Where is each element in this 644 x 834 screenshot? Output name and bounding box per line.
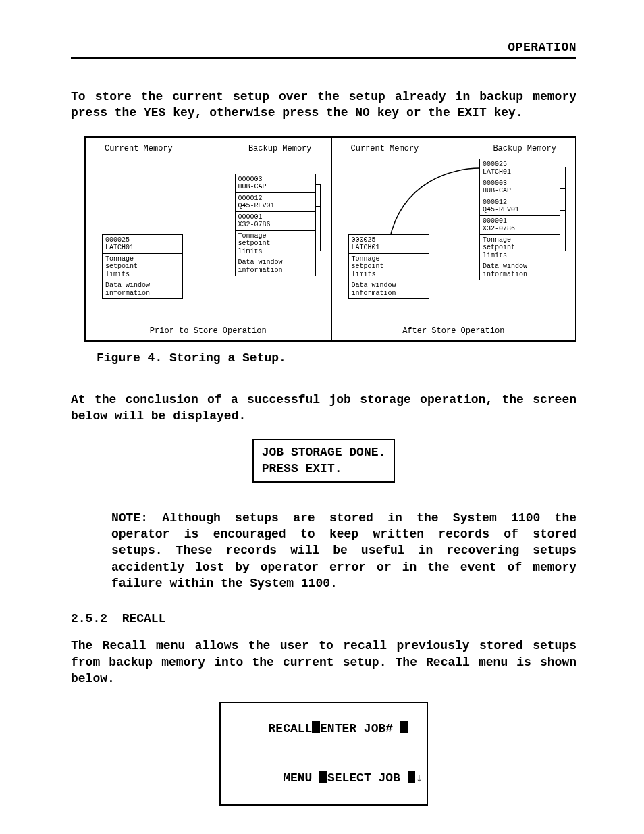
figure-panel-prior: Current Memory Backup Memory 000025LATCH… bbox=[86, 138, 331, 340]
screen-recall-menu: RECALLENTER JOB# MENU SELECT JOB ↓ bbox=[219, 702, 428, 806]
panel-caption-after: After Store Operation bbox=[332, 327, 576, 336]
cursor-icon bbox=[400, 721, 408, 733]
conclusion-paragraph: At the conclusion of a successful job st… bbox=[71, 392, 576, 425]
menu-l1b: ENTER JOB# bbox=[320, 722, 393, 735]
cursor-icon bbox=[319, 771, 327, 783]
section-number: 2.5.2 bbox=[71, 612, 107, 625]
current-memory-stack: 000025LATCH01 Tonnage setpoint limits Da… bbox=[102, 234, 183, 300]
backup-memory-stack: 000025LATCH01 000003HUB-CAP 000012Q45-RE… bbox=[479, 159, 560, 281]
note-paragraph: NOTE: Although setups are stored in the … bbox=[111, 510, 576, 592]
col-title-backup: Backup Memory bbox=[493, 145, 556, 153]
cursor-icon bbox=[408, 771, 416, 783]
cursor-icon bbox=[312, 721, 320, 733]
panel-caption-prior: Prior to Store Operation bbox=[86, 327, 331, 336]
section-title: RECALL bbox=[122, 612, 166, 625]
figure-4: Current Memory Backup Memory 000025LATCH… bbox=[84, 136, 576, 342]
screen-line-2: PRESS EXIT. bbox=[262, 461, 386, 477]
col-title-current: Current Memory bbox=[105, 145, 173, 153]
recall-paragraph: The Recall menu allows the user to recal… bbox=[71, 637, 576, 687]
menu-l2a: MENU bbox=[283, 771, 312, 785]
col-title-current: Current Memory bbox=[351, 145, 419, 153]
screen-line-1: JOB STORAGE DONE. bbox=[262, 444, 386, 461]
backup-memory-stack: 000003HUB-CAP 000012Q45-REV01 000001X32-… bbox=[235, 174, 316, 277]
header-rule bbox=[71, 57, 576, 59]
menu-l1a: RECALL bbox=[269, 722, 313, 735]
menu-l2b: SELECT JOB bbox=[327, 771, 400, 785]
section-header: OPERATION bbox=[71, 41, 576, 54]
figure-caption: Figure 4. Storing a Setup. bbox=[97, 351, 576, 365]
col-title-backup: Backup Memory bbox=[248, 145, 312, 153]
intro-paragraph: To store the current setup over the setu… bbox=[71, 88, 576, 122]
current-memory-stack: 000025LATCH01 Tonnage setpoint limits Da… bbox=[348, 234, 429, 300]
figure-panel-after: Current Memory Backup Memory bbox=[331, 138, 576, 340]
screen-msg-done: JOB STORAGE DONE. PRESS EXIT. bbox=[252, 439, 396, 483]
down-arrow-icon: ↓ bbox=[415, 771, 423, 785]
section-heading: 2.5.2 RECALL bbox=[71, 612, 576, 625]
